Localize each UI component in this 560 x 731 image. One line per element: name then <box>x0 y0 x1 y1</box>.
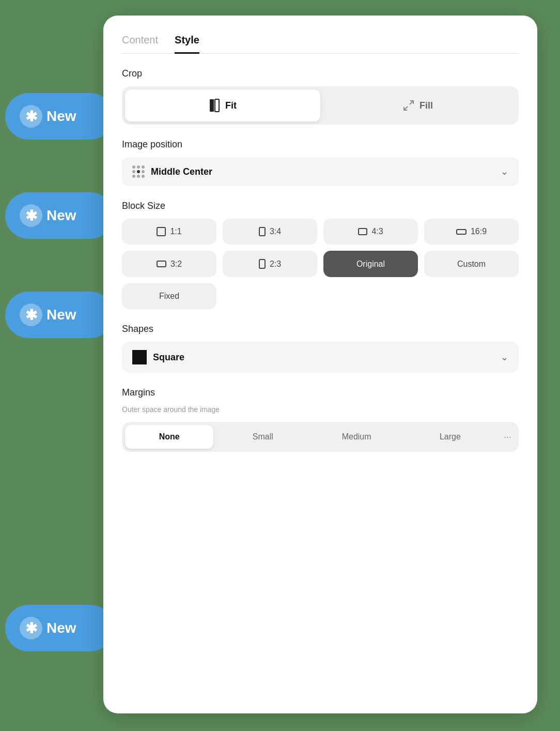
margin-medium-button[interactable]: Medium <box>313 425 401 449</box>
margins-label: Margins <box>122 387 519 398</box>
shapes-section: Shapes Square ⌄ <box>122 324 519 373</box>
ratio-16-9-icon <box>456 229 466 235</box>
margin-none-button[interactable]: None <box>125 425 213 449</box>
block-size-fixed[interactable]: Fixed <box>122 283 216 309</box>
ratio-1-1-icon <box>157 227 166 236</box>
dot <box>132 165 135 169</box>
svg-rect-7 <box>457 230 466 234</box>
block-size-4-3[interactable]: 4:3 <box>323 219 418 245</box>
margin-small-button[interactable]: Small <box>219 425 307 449</box>
svg-line-3 <box>404 106 408 110</box>
dot <box>132 170 135 173</box>
crop-fill-button[interactable]: Fill <box>320 89 516 121</box>
tab-style[interactable]: Style <box>175 34 199 54</box>
asterisk-icon-3: ✱ <box>20 303 42 326</box>
svg-rect-0 <box>210 99 214 112</box>
margins-options: None Small Medium Large ··· <box>122 422 519 452</box>
ratio-2-3-icon <box>259 259 266 269</box>
chevron-down-icon: ⌄ <box>501 166 508 177</box>
crop-options: Fit Fill <box>122 86 519 125</box>
block-size-2-3[interactable]: 2:3 <box>223 251 317 277</box>
badge-label-1: New <box>46 108 76 125</box>
image-position-label: Image position <box>122 139 519 150</box>
fill-icon <box>403 100 414 111</box>
ratio-3-4-icon <box>259 227 266 236</box>
dot <box>137 165 140 169</box>
block-size-row-2: 3:2 2:3 Original Custom <box>122 251 519 277</box>
fit-icon <box>209 99 220 112</box>
ratio-3-2-icon <box>157 261 166 267</box>
block-size-label: Block Size <box>122 201 519 211</box>
svg-rect-1 <box>215 99 219 112</box>
new-badge-4: ✱ New <box>5 605 114 651</box>
svg-rect-5 <box>259 227 265 236</box>
block-size-row-1: 1:1 3:4 4:3 16:9 <box>122 219 519 245</box>
style-panel: Content Style Crop Fit <box>103 16 537 713</box>
grid-icon <box>132 165 145 178</box>
margins-section: Margins Outer space around the image Non… <box>122 387 519 452</box>
dot <box>132 175 135 178</box>
dot <box>142 175 145 178</box>
margin-large-button[interactable]: Large <box>406 425 494 449</box>
new-badge-3: ✱ New <box>5 292 114 338</box>
asterisk-icon-2: ✱ <box>20 204 42 227</box>
more-options-icon[interactable]: ··· <box>500 425 516 449</box>
block-size-1-1[interactable]: 1:1 <box>122 219 216 245</box>
image-position-value: Middle Center <box>151 166 494 177</box>
svg-rect-9 <box>259 260 265 268</box>
crop-label: Crop <box>122 68 519 79</box>
chevron-down-icon: ⌄ <box>501 352 508 363</box>
block-size-16-9[interactable]: 16:9 <box>424 219 519 245</box>
shapes-value: Square <box>153 352 494 363</box>
svg-rect-4 <box>157 227 165 236</box>
dot <box>142 170 145 173</box>
shape-preview-square <box>132 350 147 364</box>
new-badge-1: ✱ New <box>5 93 114 140</box>
block-size-section: Block Size 1:1 3:4 4:3 <box>122 201 519 309</box>
ratio-4-3-icon <box>358 228 367 235</box>
crop-section: Crop Fit Fill <box>122 68 519 125</box>
shapes-label: Shapes <box>122 324 519 334</box>
svg-rect-6 <box>359 229 367 235</box>
asterisk-icon-1: ✱ <box>20 105 42 128</box>
block-size-custom[interactable]: Custom <box>424 251 519 277</box>
image-position-dropdown[interactable]: Middle Center ⌄ <box>122 157 519 186</box>
new-badge-2: ✱ New <box>5 192 114 239</box>
image-position-section: Image position Middle Center ⌄ <box>122 139 519 186</box>
dot <box>142 165 145 169</box>
dot <box>137 175 140 178</box>
block-size-original[interactable]: Original <box>323 251 418 277</box>
margins-subtitle: Outer space around the image <box>122 405 519 414</box>
badge-label-3: New <box>46 307 76 323</box>
badge-label-4: New <box>46 620 76 636</box>
block-size-row-3: Fixed <box>122 283 519 309</box>
svg-rect-8 <box>157 261 166 267</box>
tab-bar: Content Style <box>122 34 519 54</box>
asterisk-icon-4: ✱ <box>20 617 42 639</box>
tab-content[interactable]: Content <box>122 34 158 54</box>
dot-center <box>137 170 140 173</box>
block-size-3-4[interactable]: 3:4 <box>223 219 317 245</box>
crop-fit-button[interactable]: Fit <box>125 89 320 121</box>
block-size-3-2[interactable]: 3:2 <box>122 251 216 277</box>
badge-label-2: New <box>46 207 76 224</box>
svg-line-2 <box>410 101 413 104</box>
shapes-dropdown[interactable]: Square ⌄ <box>122 342 519 373</box>
